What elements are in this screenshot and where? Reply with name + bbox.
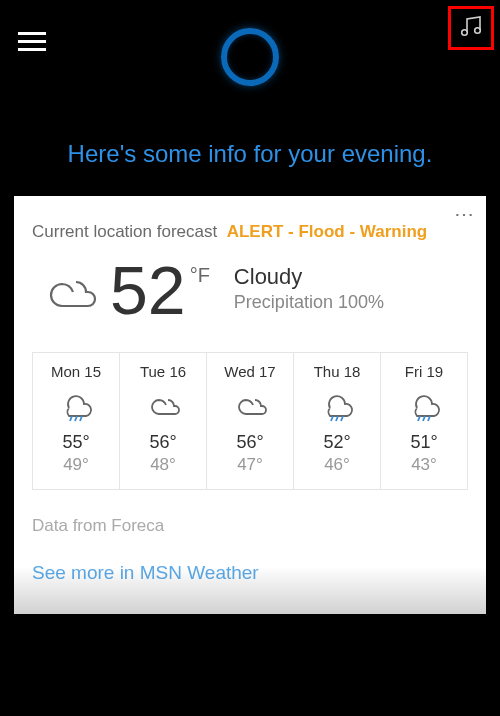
- temp-unit: °F: [190, 264, 210, 287]
- day-label: Thu 18: [294, 363, 380, 380]
- day-label: Mon 15: [33, 363, 119, 380]
- condition-text: Cloudy: [234, 264, 384, 290]
- rain-icon: [294, 388, 380, 424]
- low-temp: 49°: [33, 455, 119, 475]
- see-more-link[interactable]: See more in MSN Weather: [32, 562, 468, 584]
- card-overflow-menu[interactable]: ⋯: [454, 202, 476, 226]
- svg-point-0: [462, 30, 468, 36]
- forecast-header: Current location forecast ALERT - Flood …: [32, 222, 468, 242]
- location-label: Current location forecast: [32, 222, 217, 241]
- current-temp: 52: [110, 256, 186, 324]
- forecast-day[interactable]: Mon 15 55° 49°: [33, 353, 120, 489]
- high-temp: 52°: [294, 432, 380, 453]
- data-source-label: Data from Foreca: [32, 516, 468, 536]
- current-conditions: 52 °F Cloudy Precipitation 100%: [32, 256, 468, 328]
- forecast-day[interactable]: Thu 18 52° 46°: [294, 353, 381, 489]
- weather-alert: ALERT - Flood - Warning: [227, 222, 428, 241]
- cloud-icon: [120, 388, 206, 424]
- music-recognition-button[interactable]: [448, 6, 494, 50]
- rain-icon: [33, 388, 119, 424]
- forecast-day[interactable]: Wed 17 56° 47°: [207, 353, 294, 489]
- precipitation-text: Precipitation 100%: [234, 292, 384, 313]
- high-temp: 56°: [207, 432, 293, 453]
- svg-point-1: [475, 28, 481, 34]
- forecast-day[interactable]: Fri 19 51° 43°: [381, 353, 467, 489]
- low-temp: 47°: [207, 455, 293, 475]
- music-note-icon: [458, 14, 484, 42]
- low-temp: 48°: [120, 455, 206, 475]
- cortana-logo-icon[interactable]: [221, 28, 279, 86]
- greeting-text: Here's some info for your evening.: [0, 140, 500, 188]
- high-temp: 51°: [381, 432, 467, 453]
- rain-icon: [381, 388, 467, 424]
- low-temp: 46°: [294, 455, 380, 475]
- header: [0, 0, 500, 140]
- day-label: Wed 17: [207, 363, 293, 380]
- weather-card: ⋯ Current location forecast ALERT - Floo…: [14, 196, 486, 614]
- cloud-icon: [207, 388, 293, 424]
- high-temp: 56°: [120, 432, 206, 453]
- forecast-row: Mon 15 55° 49° Tue 16 56° 48°: [32, 352, 468, 490]
- day-label: Fri 19: [381, 363, 467, 380]
- cloud-icon: [32, 266, 104, 328]
- day-label: Tue 16: [120, 363, 206, 380]
- forecast-day[interactable]: Tue 16 56° 48°: [120, 353, 207, 489]
- menu-button[interactable]: [18, 32, 46, 56]
- high-temp: 55°: [33, 432, 119, 453]
- low-temp: 43°: [381, 455, 467, 475]
